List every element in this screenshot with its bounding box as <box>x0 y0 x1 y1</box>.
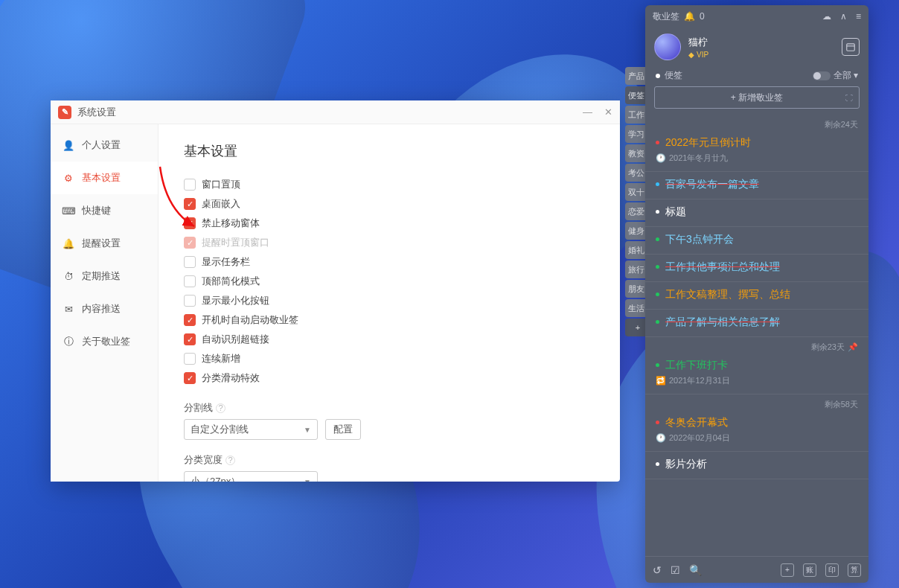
check-icon[interactable]: ☑ <box>671 564 680 576</box>
category-tab[interactable]: 工作 <box>625 106 647 124</box>
menu-icon[interactable]: ≡ <box>856 11 861 22</box>
category-add-button[interactable]: + <box>625 319 647 336</box>
brand-label: 敬业签 <box>653 10 679 23</box>
note-item[interactable]: 2022年元旦倒计时🕐2021年冬月廿九 <box>645 130 868 172</box>
note-title: 下午3点钟开会 <box>665 233 734 246</box>
new-note-button[interactable]: + 新增敬业签 ⛶ <box>654 86 860 109</box>
note-item[interactable]: 下午3点钟开会 <box>645 227 868 255</box>
cloud-icon[interactable]: ☁ <box>822 11 831 22</box>
note-title: 工作文稿整理、撰写、总结 <box>665 288 790 301</box>
checkbox-icon <box>184 353 196 365</box>
sidebar-item-2[interactable]: ⌨快捷键 <box>51 194 158 227</box>
checkbox-row-1[interactable]: 桌面嵌入 <box>184 194 595 214</box>
checkbox-row-6[interactable]: 显示最小化按钮 <box>184 291 595 310</box>
category-tab[interactable]: 生活 <box>625 299 647 317</box>
checkbox-row-8[interactable]: 自动识别超链接 <box>184 330 595 349</box>
divider-select[interactable]: 自定义分割线▼ <box>184 419 318 440</box>
note-title: 工作其他事项汇总和处理 <box>665 261 780 274</box>
filter-toggle[interactable] <box>813 71 831 80</box>
chevron-up-icon[interactable]: ∧ <box>840 11 847 22</box>
width-label: 分类宽度? <box>184 453 595 467</box>
app-logo-icon: ✎ <box>58 106 71 119</box>
note-subtitle: 🔁2021年12月31日 <box>656 375 858 386</box>
footer-button[interactable]: 账 <box>803 563 816 577</box>
settings-window: ✎ 系统设置 — ✕ 👤个人设置⚙基本设置⌨快捷键🔔提醒设置⏱定期推送✉内容推送… <box>51 100 620 482</box>
checkbox-row-10[interactable]: 分类滑动特效 <box>184 368 595 388</box>
vip-badge: ◆ VIP <box>688 51 834 59</box>
calendar-icon[interactable] <box>842 38 860 56</box>
note-item[interactable]: 工作下班打卡🔁2021年12月31日 <box>645 353 868 394</box>
checkbox-row-3: 提醒时置顶窗口 <box>184 233 595 252</box>
window-title: 系统设置 <box>77 106 583 119</box>
category-tab[interactable]: 旅行 <box>625 261 647 278</box>
bullet-icon <box>656 320 659 324</box>
category-tab[interactable]: 双十 <box>625 183 647 201</box>
bullet-icon <box>656 182 659 186</box>
note-item[interactable]: 百家号发布一篇文章 <box>645 172 868 199</box>
note-title: 标题 <box>665 205 686 219</box>
bullet-icon <box>656 237 659 241</box>
sidebar-item-6[interactable]: ⓘ关于敬业签 <box>51 325 158 358</box>
divider-config-button[interactable]: 配置 <box>325 419 361 440</box>
checkbox-icon <box>184 275 196 287</box>
annotation-arrow <box>159 165 211 232</box>
bullet-icon <box>656 293 659 296</box>
sidebar-item-0[interactable]: 👤个人设置 <box>51 129 158 162</box>
close-button[interactable]: ✕ <box>604 106 612 118</box>
category-tab[interactable]: 考公 <box>625 164 647 182</box>
note-item[interactable]: 影片分析 <box>645 452 868 479</box>
checkbox-row-0[interactable]: 窗口置顶 <box>184 175 595 194</box>
history-icon[interactable]: ↺ <box>653 564 662 576</box>
bell-icon[interactable]: 🔔 <box>684 11 695 22</box>
category-tab[interactable]: 朋友 <box>625 280 647 298</box>
filter-all[interactable]: 全部 <box>834 70 851 80</box>
footer-button[interactable]: 印 <box>825 563 839 577</box>
content-heading: 基本设置 <box>184 142 595 160</box>
note-title: 2022年元旦倒计时 <box>665 136 751 150</box>
search-icon[interactable]: 🔍 <box>689 564 702 576</box>
note-title: 影片分析 <box>665 458 707 471</box>
minimize-button[interactable]: — <box>583 106 592 118</box>
clock-icon: 🕐 <box>656 153 666 163</box>
category-tab[interactable]: 婚礼 <box>625 241 647 259</box>
sidebar-item-1[interactable]: ⚙基本设置 <box>51 162 158 194</box>
clock-icon: 🕐 <box>656 433 666 443</box>
settings-sidebar: 👤个人设置⚙基本设置⌨快捷键🔔提醒设置⏱定期推送✉内容推送ⓘ关于敬业签 <box>51 124 159 482</box>
note-item[interactable]: 冬奥会开幕式🕐2022年02月04日 <box>645 410 868 452</box>
checkbox-row-9[interactable]: 连续新增 <box>184 349 595 368</box>
bullet-icon <box>656 265 659 269</box>
checkbox-row-7[interactable]: 开机时自动启动敬业签 <box>184 310 595 330</box>
filter-label[interactable]: 便签 <box>665 70 682 80</box>
expand-icon[interactable]: ⛶ <box>845 94 853 102</box>
sidebar-item-3[interactable]: 🔔提醒设置 <box>51 227 158 260</box>
checkbox-row-4[interactable]: 显示任务栏 <box>184 252 595 272</box>
checkbox-row-5[interactable]: 顶部简化模式 <box>184 272 595 291</box>
bullet-icon <box>656 462 659 466</box>
footer-button[interactable]: + <box>781 563 794 577</box>
repeat-icon: 🔁 <box>656 376 666 386</box>
category-tab[interactable]: 教资 <box>625 144 647 162</box>
sidebar-item-5[interactable]: ✉内容推送 <box>51 293 158 325</box>
checkbox-row-2[interactable]: 禁止移动窗体 <box>184 214 595 233</box>
category-tab[interactable]: 产品 <box>625 67 647 85</box>
sidebar-item-4[interactable]: ⏱定期推送 <box>51 260 158 293</box>
note-item[interactable]: 工作文稿整理、撰写、总结 <box>645 282 868 310</box>
note-title: 产品了解与相关信息了解 <box>665 316 780 329</box>
category-tabs: 产品便签工作学习教资考公双十恋爱健身婚礼旅行朋友生活+ <box>625 67 647 336</box>
note-item[interactable]: 标题 <box>645 199 868 227</box>
remain-label: 剩余23天📌 <box>645 337 868 353</box>
avatar[interactable] <box>654 33 681 60</box>
category-tab[interactable]: 便签 <box>625 86 647 104</box>
sticky-header: 敬业签 🔔 0 ☁ ∧ ≡ <box>645 5 868 28</box>
filter-row: 便签 全部 ▾ <box>645 66 868 86</box>
category-tab[interactable]: 学习 <box>625 125 647 143</box>
footer-button[interactable]: 算 <box>848 563 861 577</box>
note-item[interactable]: 产品了解与相关信息了解 <box>645 310 868 337</box>
sticky-app-window: 敬业签 🔔 0 ☁ ∧ ≡ 猫柠 ◆ VIP 便签 全部 ▾ + 新增敬业签 ⛶… <box>645 5 868 583</box>
category-tab[interactable]: 恋爱 <box>625 202 647 220</box>
category-tab[interactable]: 健身 <box>625 222 647 240</box>
width-select[interactable]: 小（27px）▼ <box>184 471 318 482</box>
keyboard-icon: ⌨ <box>63 205 74 217</box>
note-item[interactable]: 工作其他事项汇总和处理 <box>645 255 868 282</box>
bell-count: 0 <box>700 11 705 22</box>
